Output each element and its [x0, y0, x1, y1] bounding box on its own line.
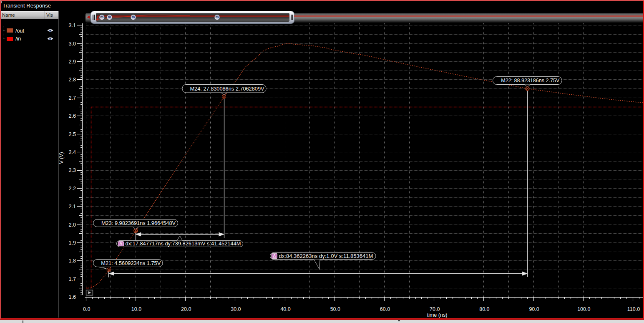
svg-text:1.7: 1.7	[69, 276, 76, 282]
svg-text:20.0: 20.0	[181, 306, 191, 312]
svg-text:2.1: 2.1	[69, 204, 76, 209]
svg-text:1.6: 1.6	[69, 294, 76, 300]
svg-text:m: m	[108, 15, 111, 19]
svg-text:M21: 4.5609234ns 1.75V: M21: 4.5609234ns 1.75V	[101, 260, 161, 266]
svg-text:M23: 9.9823691ns 1.9664548V: M23: 9.9823691ns 1.9664548V	[101, 220, 176, 226]
svg-text:m: m	[100, 15, 103, 19]
svg-text:30.0: 30.0	[231, 306, 241, 312]
svg-text:m: m	[216, 15, 219, 19]
svg-text:70.0: 70.0	[430, 306, 440, 312]
svg-text:m: m	[132, 15, 135, 19]
svg-text:M22: 88.923186ns 2.75V: M22: 88.923186ns 2.75V	[501, 78, 560, 83]
svg-text:2.3: 2.3	[69, 167, 76, 173]
svg-text:2.4: 2.4	[69, 149, 76, 155]
svg-text:90.0: 90.0	[529, 306, 539, 312]
svg-text:80.0: 80.0	[479, 306, 489, 312]
svg-text:2.0: 2.0	[69, 222, 76, 228]
svg-text:dx:84.362263ns dy:1.0V s:11.85: dx:84.362263ns dy:1.0V s:11.853641M	[279, 253, 373, 259]
svg-text:2.2: 2.2	[69, 186, 76, 192]
svg-text:V (V): V (V)	[58, 152, 64, 164]
svg-text:2.9: 2.9	[69, 59, 76, 65]
svg-text:2.7: 2.7	[69, 95, 76, 101]
svg-text:time (ns): time (ns)	[427, 312, 448, 318]
svg-text:1.8: 1.8	[69, 258, 76, 264]
svg-text:0.0: 0.0	[83, 306, 90, 312]
svg-text:40.0: 40.0	[280, 306, 290, 312]
svg-text:60.0: 60.0	[380, 306, 390, 312]
svg-text:M24: 27.830086ns 2.7062809V: M24: 27.830086ns 2.7062809V	[190, 86, 265, 92]
svg-text:100.0: 100.0	[577, 306, 590, 312]
svg-text:2.5: 2.5	[69, 131, 76, 137]
svg-text:1.9: 1.9	[69, 240, 76, 246]
svg-text:2.8: 2.8	[69, 77, 76, 83]
svg-text:50.0: 50.0	[330, 306, 340, 312]
svg-text:110.0: 110.0	[627, 306, 640, 312]
svg-text:dx:17.847717ns dy:739.82613mV: dx:17.847717ns dy:739.82613mV s:41.45214…	[126, 241, 241, 247]
svg-text:3.0: 3.0	[69, 41, 76, 47]
svg-text:Δ: Δ	[273, 253, 276, 258]
svg-text:Δ: Δ	[119, 241, 122, 246]
svg-text:2.6: 2.6	[69, 113, 76, 119]
svg-text:10.0: 10.0	[131, 306, 141, 312]
